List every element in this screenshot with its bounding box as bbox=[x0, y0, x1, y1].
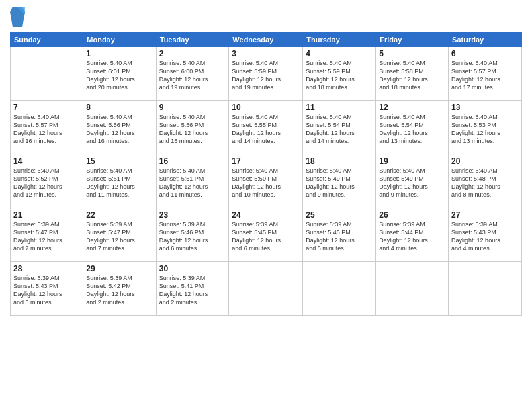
day-info: Sunrise: 5:40 AM Sunset: 5:59 PM Dayligh… bbox=[232, 59, 300, 92]
calendar-cell: 29Sunrise: 5:39 AM Sunset: 5:42 PM Dayli… bbox=[83, 262, 156, 316]
calendar-cell: 2Sunrise: 5:40 AM Sunset: 6:00 PM Daylig… bbox=[156, 47, 229, 101]
day-number: 12 bbox=[379, 103, 445, 112]
calendar-cell: 11Sunrise: 5:40 AM Sunset: 5:54 PM Dayli… bbox=[303, 101, 376, 154]
calendar-cell: 21Sunrise: 5:39 AM Sunset: 5:47 PM Dayli… bbox=[11, 208, 83, 262]
week-row-5: 28Sunrise: 5:39 AM Sunset: 5:43 PM Dayli… bbox=[11, 262, 522, 316]
calendar-cell bbox=[229, 262, 303, 316]
day-number: 7 bbox=[13, 103, 80, 112]
day-info: Sunrise: 5:39 AM Sunset: 5:41 PM Dayligh… bbox=[159, 274, 226, 307]
calendar-cell: 9Sunrise: 5:40 AM Sunset: 5:56 PM Daylig… bbox=[156, 101, 229, 154]
calendar-cell: 3Sunrise: 5:40 AM Sunset: 5:59 PM Daylig… bbox=[229, 47, 303, 101]
calendar-cell: 30Sunrise: 5:39 AM Sunset: 5:41 PM Dayli… bbox=[156, 262, 229, 316]
weekday-header-tuesday: Tuesday bbox=[156, 33, 229, 47]
day-number: 15 bbox=[86, 156, 152, 166]
day-number: 16 bbox=[159, 156, 226, 166]
weekday-header-thursday: Thursday bbox=[303, 33, 376, 47]
day-info: Sunrise: 5:40 AM Sunset: 5:57 PM Dayligh… bbox=[451, 59, 519, 92]
day-info: Sunrise: 5:39 AM Sunset: 5:43 PM Dayligh… bbox=[13, 274, 80, 307]
day-number: 2 bbox=[159, 49, 226, 58]
weekday-header-sunday: Sunday bbox=[11, 33, 83, 47]
day-info: Sunrise: 5:40 AM Sunset: 5:57 PM Dayligh… bbox=[13, 113, 80, 146]
day-info: Sunrise: 5:40 AM Sunset: 5:55 PM Dayligh… bbox=[232, 113, 300, 146]
calendar-cell: 22Sunrise: 5:39 AM Sunset: 5:47 PM Dayli… bbox=[83, 208, 156, 262]
calendar-cell bbox=[449, 262, 522, 316]
day-number: 20 bbox=[451, 156, 519, 166]
calendar-cell: 16Sunrise: 5:40 AM Sunset: 5:51 PM Dayli… bbox=[156, 154, 229, 208]
day-info: Sunrise: 5:40 AM Sunset: 5:49 PM Dayligh… bbox=[379, 167, 445, 199]
weekday-header-wednesday: Wednesday bbox=[229, 33, 303, 47]
calendar-cell: 28Sunrise: 5:39 AM Sunset: 5:43 PM Dayli… bbox=[11, 262, 83, 316]
calendar-cell: 26Sunrise: 5:39 AM Sunset: 5:44 PM Dayli… bbox=[376, 208, 449, 262]
day-number: 9 bbox=[159, 103, 226, 112]
day-info: Sunrise: 5:39 AM Sunset: 5:46 PM Dayligh… bbox=[159, 220, 226, 253]
week-row-1: 1Sunrise: 5:40 AM Sunset: 6:01 PM Daylig… bbox=[11, 47, 522, 101]
day-number: 14 bbox=[13, 156, 80, 166]
day-number: 4 bbox=[306, 49, 373, 58]
calendar-cell: 17Sunrise: 5:40 AM Sunset: 5:50 PM Dayli… bbox=[229, 154, 303, 208]
day-info: Sunrise: 5:39 AM Sunset: 5:43 PM Dayligh… bbox=[451, 220, 519, 253]
logo-icon bbox=[10, 7, 25, 27]
day-number: 23 bbox=[159, 210, 226, 220]
day-number: 17 bbox=[232, 156, 300, 166]
day-number: 11 bbox=[306, 103, 373, 112]
calendar-cell: 12Sunrise: 5:40 AM Sunset: 5:54 PM Dayli… bbox=[376, 101, 449, 154]
day-info: Sunrise: 5:40 AM Sunset: 5:54 PM Dayligh… bbox=[306, 113, 373, 146]
calendar-cell: 8Sunrise: 5:40 AM Sunset: 5:56 PM Daylig… bbox=[83, 101, 156, 154]
day-number: 26 bbox=[379, 210, 445, 220]
day-info: Sunrise: 5:40 AM Sunset: 5:50 PM Dayligh… bbox=[232, 167, 300, 199]
calendar-cell: 7Sunrise: 5:40 AM Sunset: 5:57 PM Daylig… bbox=[11, 101, 83, 154]
day-number: 6 bbox=[451, 49, 519, 58]
day-info: Sunrise: 5:40 AM Sunset: 5:58 PM Dayligh… bbox=[379, 59, 445, 92]
day-number: 27 bbox=[451, 210, 519, 220]
day-info: Sunrise: 5:40 AM Sunset: 5:54 PM Dayligh… bbox=[379, 113, 445, 146]
week-row-3: 14Sunrise: 5:40 AM Sunset: 5:52 PM Dayli… bbox=[11, 154, 522, 208]
calendar-cell: 13Sunrise: 5:40 AM Sunset: 5:53 PM Dayli… bbox=[449, 101, 522, 154]
day-info: Sunrise: 5:40 AM Sunset: 5:48 PM Dayligh… bbox=[451, 167, 519, 199]
calendar-cell bbox=[303, 262, 376, 316]
calendar-cell: 6Sunrise: 5:40 AM Sunset: 5:57 PM Daylig… bbox=[449, 47, 522, 101]
day-number: 8 bbox=[86, 103, 152, 112]
day-number: 28 bbox=[13, 264, 80, 273]
header-area bbox=[10, 7, 522, 27]
day-number: 10 bbox=[232, 103, 300, 112]
calendar-cell: 14Sunrise: 5:40 AM Sunset: 5:52 PM Dayli… bbox=[11, 154, 83, 208]
day-info: Sunrise: 5:40 AM Sunset: 5:51 PM Dayligh… bbox=[159, 167, 226, 199]
day-info: Sunrise: 5:40 AM Sunset: 5:56 PM Dayligh… bbox=[159, 113, 226, 146]
day-info: Sunrise: 5:39 AM Sunset: 5:47 PM Dayligh… bbox=[86, 220, 152, 253]
calendar-cell: 23Sunrise: 5:39 AM Sunset: 5:46 PM Dayli… bbox=[156, 208, 229, 262]
day-info: Sunrise: 5:39 AM Sunset: 5:45 PM Dayligh… bbox=[232, 220, 300, 253]
day-number: 19 bbox=[379, 156, 445, 166]
calendar-cell: 25Sunrise: 5:39 AM Sunset: 5:45 PM Dayli… bbox=[303, 208, 376, 262]
calendar-cell: 19Sunrise: 5:40 AM Sunset: 5:49 PM Dayli… bbox=[376, 154, 449, 208]
day-number: 1 bbox=[86, 49, 152, 58]
day-number: 3 bbox=[232, 49, 300, 58]
calendar-table: SundayMondayTuesdayWednesdayThursdayFrid… bbox=[10, 32, 522, 316]
page: SundayMondayTuesdayWednesdayThursdayFrid… bbox=[0, 0, 532, 411]
calendar-cell: 10Sunrise: 5:40 AM Sunset: 5:55 PM Dayli… bbox=[229, 101, 303, 154]
day-info: Sunrise: 5:40 AM Sunset: 5:51 PM Dayligh… bbox=[86, 167, 152, 199]
day-info: Sunrise: 5:39 AM Sunset: 5:47 PM Dayligh… bbox=[13, 220, 80, 253]
week-row-4: 21Sunrise: 5:39 AM Sunset: 5:47 PM Dayli… bbox=[11, 208, 522, 262]
weekday-header-friday: Friday bbox=[376, 33, 449, 47]
weekday-header-saturday: Saturday bbox=[449, 33, 522, 47]
calendar-cell: 20Sunrise: 5:40 AM Sunset: 5:48 PM Dayli… bbox=[449, 154, 522, 208]
day-number: 18 bbox=[306, 156, 373, 166]
day-number: 21 bbox=[13, 210, 80, 220]
day-info: Sunrise: 5:40 AM Sunset: 5:49 PM Dayligh… bbox=[306, 167, 373, 199]
day-number: 29 bbox=[86, 264, 152, 273]
day-number: 22 bbox=[86, 210, 152, 220]
day-info: Sunrise: 5:40 AM Sunset: 5:59 PM Dayligh… bbox=[306, 59, 373, 92]
logo bbox=[10, 7, 25, 27]
calendar-cell: 4Sunrise: 5:40 AM Sunset: 5:59 PM Daylig… bbox=[303, 47, 376, 101]
calendar-cell: 27Sunrise: 5:39 AM Sunset: 5:43 PM Dayli… bbox=[449, 208, 522, 262]
day-number: 25 bbox=[306, 210, 373, 220]
day-info: Sunrise: 5:40 AM Sunset: 6:00 PM Dayligh… bbox=[159, 59, 226, 92]
day-info: Sunrise: 5:40 AM Sunset: 5:53 PM Dayligh… bbox=[451, 113, 519, 146]
day-number: 13 bbox=[451, 103, 519, 112]
day-info: Sunrise: 5:39 AM Sunset: 5:42 PM Dayligh… bbox=[86, 274, 152, 307]
day-info: Sunrise: 5:40 AM Sunset: 5:52 PM Dayligh… bbox=[13, 167, 80, 199]
day-info: Sunrise: 5:39 AM Sunset: 5:45 PM Dayligh… bbox=[306, 220, 373, 253]
calendar-cell bbox=[11, 47, 83, 101]
day-info: Sunrise: 5:40 AM Sunset: 5:56 PM Dayligh… bbox=[86, 113, 152, 146]
weekday-header-row: SundayMondayTuesdayWednesdayThursdayFrid… bbox=[11, 33, 522, 47]
